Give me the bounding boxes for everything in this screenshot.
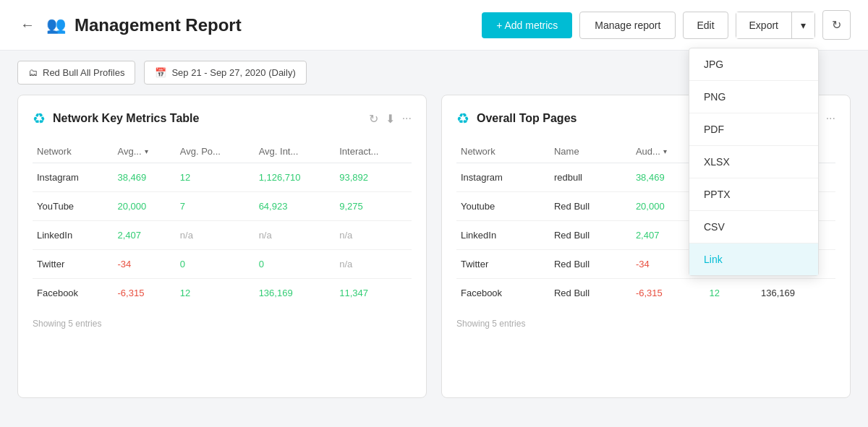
cell-avg-po: 12: [176, 163, 255, 192]
table-row: LinkedIn 2,407 n/a n/a n/a: [33, 221, 412, 250]
cell-avg-int: 64,923: [255, 192, 336, 221]
chevron-down-icon: ▾: [801, 20, 806, 31]
cell-interact: 93,892: [335, 163, 412, 192]
cell-network: Facebook: [33, 279, 114, 308]
export-option-pdf[interactable]: PDF: [689, 113, 818, 146]
col-avg-po-1: Avg. Po...: [176, 140, 255, 163]
col-name-2: Name: [550, 140, 631, 163]
date-filter-label: Sep 21 - Sep 27, 2020 (Daily): [171, 67, 295, 78]
refresh-card-icon[interactable]: ↻: [369, 112, 378, 126]
export-button-group: Export ▾: [736, 12, 815, 39]
network-metrics-table: Network Avg...▾ Avg. Po... Avg. Int... I…: [33, 140, 412, 307]
cell-avg: -6,315: [114, 279, 176, 308]
cell-network: Instagram: [33, 163, 114, 192]
export-option-jpg[interactable]: JPG: [689, 48, 818, 81]
date-filter-button[interactable]: 📅 Sep 21 - Sep 27, 2020 (Daily): [144, 61, 306, 85]
card-title-group-1: ♻ Network Key Metrics Table: [33, 110, 199, 127]
header-left: ← 👥 Management Report: [17, 14, 242, 36]
cell-name: redbull: [550, 163, 631, 192]
cell-network: YouTube: [33, 192, 114, 221]
table-row: Instagram 38,469 12 1,126,710 93,892: [33, 163, 412, 192]
table-row: Facebook Red Bull -6,315 12 136,169: [456, 279, 835, 308]
network-key-metrics-card: ♻ Network Key Metrics Table ↻ ⬇ ··· Netw…: [17, 95, 427, 398]
cell-interact: n/a: [335, 221, 412, 250]
cell-network: LinkedIn: [456, 221, 550, 250]
network-metrics-icon: ♻: [33, 110, 46, 127]
add-metrics-button[interactable]: + Add metrics: [482, 12, 572, 38]
col-avg-int-1: Avg. Int...: [255, 140, 336, 163]
cell-name: Red Bull: [550, 192, 631, 221]
export-dropdown: JPG PNG PDF XLSX PPTX CSV Link: [689, 48, 819, 276]
showing-entries-2: Showing 5 entries: [456, 319, 835, 329]
profile-filter-label: Red Bull All Profiles: [43, 67, 124, 78]
export-option-csv[interactable]: CSV: [689, 211, 818, 243]
export-option-link[interactable]: Link: [689, 243, 818, 275]
cell-avg-int: 0: [255, 250, 336, 279]
export-option-pptx[interactable]: PPTX: [689, 178, 818, 211]
cell-name: Red Bull: [550, 250, 631, 279]
cell-interact: 11,347: [335, 279, 412, 308]
cell-avg: 38,469: [114, 163, 176, 192]
refresh-button[interactable]: ↻: [822, 10, 851, 40]
cell-network: Twitter: [456, 250, 550, 279]
table-row: Twitter -34 0 0 n/a: [33, 250, 412, 279]
cell-avg-po: n/a: [176, 221, 255, 250]
table-row: Facebook -6,315 12 136,169 11,347: [33, 279, 412, 308]
cell-avg: 20,000: [114, 192, 176, 221]
page-title: Management Report: [75, 15, 242, 35]
report-icon: 👥: [46, 16, 66, 35]
download-card-icon[interactable]: ⬇: [386, 112, 395, 126]
cell-avg-po: 0: [176, 250, 255, 279]
col-interact-1: Interact...: [335, 140, 412, 163]
table-row: YouTube 20,000 7 64,923 9,275: [33, 192, 412, 221]
cell-t: 136,169: [757, 279, 835, 308]
cell-name: Red Bull: [550, 221, 631, 250]
showing-entries-1: Showing 5 entries: [33, 319, 412, 329]
cell-name: Red Bull: [550, 279, 631, 308]
card-actions-1: ↻ ⬇ ···: [369, 112, 412, 126]
calendar-icon: 📅: [155, 67, 166, 78]
folder-icon: 🗂: [28, 67, 38, 78]
back-button[interactable]: ←: [17, 14, 38, 36]
cell-network: Facebook: [456, 279, 550, 308]
export-option-xlsx[interactable]: XLSX: [689, 146, 818, 178]
manage-report-button[interactable]: Manage report: [579, 12, 676, 39]
cell-avg: -34: [114, 250, 176, 279]
header: ← 👥 Management Report + Add metrics Mana…: [0, 0, 868, 51]
cell-avg-po: 7: [176, 192, 255, 221]
more-card-icon-2[interactable]: ···: [826, 112, 835, 125]
col-avg-1[interactable]: Avg...▾: [114, 140, 176, 163]
export-chevron-button[interactable]: ▾: [792, 12, 814, 38]
cell-po: 12: [705, 279, 757, 308]
col-network-1: Network: [33, 140, 114, 163]
cell-avg-int: 136,169: [255, 279, 336, 308]
cell-network: LinkedIn: [33, 221, 114, 250]
cell-network: Instagram: [456, 163, 550, 192]
cell-avg-int: 1,126,710: [255, 163, 336, 192]
cell-aud: -6,315: [631, 279, 705, 308]
profile-filter-button[interactable]: 🗂 Red Bull All Profiles: [17, 61, 135, 85]
card-title-group-2: ♻ Overall Top Pages: [456, 110, 576, 127]
header-right: + Add metrics Manage report Edit Export …: [482, 10, 851, 40]
col-network-2: Network: [456, 140, 550, 163]
cell-interact: n/a: [335, 250, 412, 279]
cell-interact: 9,275: [335, 192, 412, 221]
edit-button[interactable]: Edit: [683, 12, 728, 39]
export-main-button[interactable]: Export: [736, 12, 792, 38]
cell-avg-po: 12: [176, 279, 255, 308]
card-header-1: ♻ Network Key Metrics Table ↻ ⬇ ···: [33, 110, 412, 127]
top-pages-title: Overall Top Pages: [477, 112, 576, 125]
cell-network: Twitter: [33, 250, 114, 279]
more-card-icon[interactable]: ···: [402, 112, 412, 125]
top-pages-icon: ♻: [456, 110, 469, 127]
cell-network: Youtube: [456, 192, 550, 221]
network-metrics-title: Network Key Metrics Table: [53, 112, 199, 125]
export-option-png[interactable]: PNG: [689, 81, 818, 113]
cell-avg-int: n/a: [255, 221, 336, 250]
cell-avg: 2,407: [114, 221, 176, 250]
